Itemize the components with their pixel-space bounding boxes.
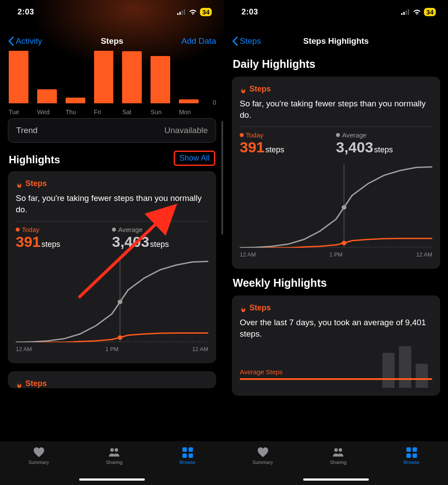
content-area: Daily Highlights Steps So far, you're ta… <box>224 56 448 441</box>
tab-sharing[interactable]: Sharing <box>106 446 122 465</box>
divider <box>16 221 208 221</box>
xtick: 12 AM <box>16 346 32 352</box>
back-button[interactable]: Activity <box>8 36 42 46</box>
svg-rect-1 <box>179 12 181 15</box>
page-title: Steps Highlights <box>303 36 369 46</box>
stat-avg-unit: steps <box>150 240 169 249</box>
tab-browse[interactable]: Browse <box>403 446 420 465</box>
divider <box>240 127 432 127</box>
tab-sharing[interactable]: Sharing <box>330 446 346 465</box>
svg-rect-30 <box>406 11 407 15</box>
nav-bar: Steps Steps Highlights <box>224 32 448 51</box>
chevron-left-icon <box>232 36 238 46</box>
xtick: 12 AM <box>192 346 208 352</box>
svg-rect-25 <box>189 447 193 452</box>
svg-rect-27 <box>189 453 193 458</box>
battery-percent: 34 <box>202 8 210 16</box>
stat-avg-unit: steps <box>374 145 393 154</box>
wifi-icon <box>413 9 421 15</box>
card-tag: Steps <box>240 303 432 313</box>
svg-point-48 <box>342 241 346 245</box>
highlight-card-peek[interactable]: Steps <box>8 371 216 388</box>
phone-right: 2:03 34 Steps Steps Highlights Daily Hig… <box>224 0 448 485</box>
flame-icon <box>240 85 247 93</box>
stat-avg-label: Average <box>342 131 367 139</box>
status-bar: 2:03 34 <box>0 0 224 24</box>
card-tag: Steps <box>16 179 208 188</box>
stat-today-unit: steps <box>266 145 284 154</box>
show-all-button[interactable]: Show All <box>174 151 215 166</box>
svg-rect-53 <box>406 453 411 458</box>
card-summary: So far, you're taking fewer steps than y… <box>240 98 432 120</box>
card-tag: Steps <box>16 379 208 388</box>
xtick: 12 AM <box>240 251 256 258</box>
weekly-highlight-card[interactable]: Steps Over the last 7 days, you took an … <box>232 295 440 395</box>
home-indicator[interactable] <box>303 478 369 481</box>
nav-bar: Activity Steps Add Data <box>0 32 224 51</box>
stat-today-label: Today <box>22 226 39 233</box>
daily-highlights-heading: Daily Highlights <box>233 58 439 70</box>
status-right: 34 <box>177 8 212 16</box>
highlights-header: Highlights Show All <box>9 151 215 166</box>
svg-rect-26 <box>182 453 187 458</box>
back-button[interactable]: Steps <box>232 36 261 46</box>
svg-rect-54 <box>413 453 417 458</box>
weekly-highlights-heading: Weekly Highlights <box>233 277 439 289</box>
svg-point-22 <box>110 448 114 452</box>
card-summary: Over the last 7 days, you took an averag… <box>240 317 432 339</box>
stat-today: Today 391steps <box>240 131 336 156</box>
daily-highlight-card[interactable]: Steps So far, you're taking fewer steps … <box>232 77 440 269</box>
xtick: 12 AM <box>416 251 432 258</box>
content-area: TueWedThuFriSatSunMon 0 Trend Unavailabl… <box>0 51 224 441</box>
tab-summary[interactable]: Summary <box>28 446 49 465</box>
chevron-left-icon <box>8 36 14 46</box>
stat-average: Average 3,403steps <box>112 226 208 250</box>
status-right: 34 <box>401 8 436 16</box>
trend-row[interactable]: Trend Unavailable <box>8 118 216 143</box>
stat-today: Today 391steps <box>16 226 112 250</box>
svg-rect-31 <box>408 9 409 15</box>
flame-icon <box>16 380 23 388</box>
cumulative-line-chart: 12 AM 1 PM 12 AM <box>240 160 432 261</box>
stat-average: Average 3,403steps <box>336 131 432 156</box>
heart-icon <box>33 446 45 458</box>
scroll-indicator[interactable] <box>221 121 223 235</box>
battery-indicator: 34 <box>200 8 212 16</box>
people-icon <box>108 446 120 458</box>
flame-icon <box>16 180 23 188</box>
stat-row: Today 391steps Average 3,403steps <box>16 226 208 250</box>
xtick: 1 PM <box>105 346 119 352</box>
svg-rect-3 <box>184 9 185 15</box>
card-tag-label: Steps <box>249 84 271 94</box>
flame-icon <box>240 304 247 312</box>
tab-browse[interactable]: Browse <box>179 446 196 465</box>
status-time: 2:03 <box>18 7 34 17</box>
weekly-bar-chart[interactable]: TueWedThuFriSatSunMon 0 <box>8 51 216 116</box>
card-tag-label: Steps <box>249 303 271 313</box>
stat-today-unit: steps <box>42 240 60 249</box>
home-indicator[interactable] <box>79 478 145 481</box>
stat-today-label: Today <box>246 131 263 139</box>
svg-rect-24 <box>182 447 187 452</box>
status-bar: 2:03 34 <box>224 0 448 24</box>
tab-summary[interactable]: Summary <box>252 446 273 465</box>
stat-today-value: 391 <box>16 233 41 250</box>
stat-avg-label: Average <box>118 226 143 233</box>
add-data-button[interactable]: Add Data <box>182 36 216 46</box>
svg-point-49 <box>334 448 338 452</box>
card-tag-label: Steps <box>25 379 47 388</box>
card-tag-label: Steps <box>25 179 47 188</box>
svg-rect-51 <box>406 447 411 452</box>
stat-row: Today 391steps Average 3,403steps <box>240 131 432 156</box>
highlights-title: Highlights <box>9 154 60 166</box>
stat-today-value: 391 <box>240 139 265 155</box>
highlight-card-steps[interactable]: Steps So far, you're taking fewer steps … <box>8 171 216 363</box>
status-time: 2:03 <box>242 7 258 17</box>
stat-avg-value: 3,403 <box>112 233 149 250</box>
tab-label: Summary <box>252 460 273 465</box>
svg-rect-52 <box>413 447 417 452</box>
tab-label: Browse <box>179 460 196 465</box>
wifi-icon <box>189 9 197 15</box>
avg-line <box>240 378 432 380</box>
tab-label: Browse <box>403 460 420 465</box>
